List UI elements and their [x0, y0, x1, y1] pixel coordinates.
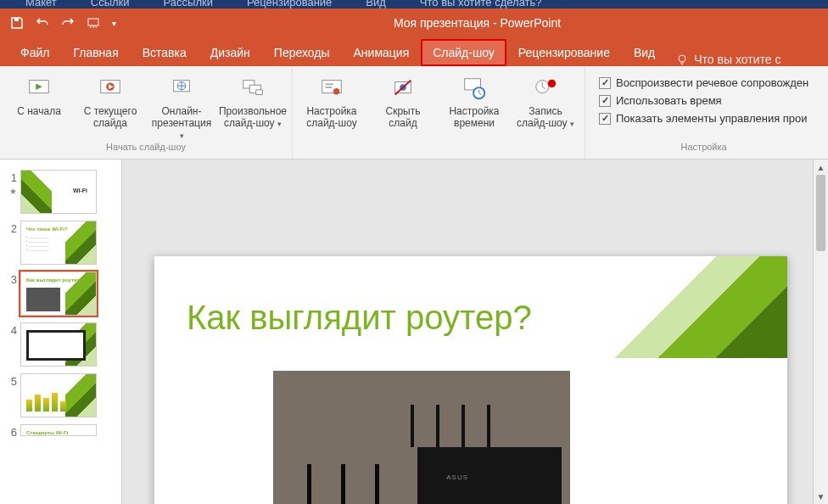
scroll-down-icon[interactable]: ▼ — [814, 489, 828, 504]
thumbnail-2[interactable]: 2 Что такое Wi-Fi?▪ ——————▪ ——————▪ ————… — [0, 217, 121, 268]
svg-rect-16 — [326, 87, 333, 88]
slide-image-router[interactable]: ASUS ASUS — [273, 371, 570, 504]
check-play-narrations[interactable]: ✓Воспроизвести речевое сопровожден — [599, 76, 808, 89]
undo-icon[interactable] — [36, 16, 49, 30]
vertical-scrollbar[interactable]: ▲ ▼ — [813, 160, 828, 504]
thumbnail-3[interactable]: 3 Как выглядит роутер? — [0, 268, 121, 319]
save-icon[interactable] — [10, 16, 24, 30]
slide-title-text[interactable]: Как выглядит роутер? — [187, 299, 532, 337]
svg-rect-12 — [256, 90, 263, 95]
tab-view[interactable]: Вид — [622, 39, 667, 66]
content-area: 1★ Wi-Fi 2 Что такое Wi-Fi?▪ ——————▪ ———… — [0, 160, 828, 504]
current-slide[interactable]: Как выглядит роутер? ASUS ASUS — [154, 256, 787, 504]
tab-review[interactable]: Рецензирование — [506, 39, 622, 66]
slide-editor-area[interactable]: Как выглядит роутер? ASUS ASUS ▲ ▼ — [122, 160, 828, 504]
slide-thumbnails-pane[interactable]: 1★ Wi-Fi 2 Что такое Wi-Fi?▪ ——————▪ ———… — [0, 160, 122, 504]
group-start-slideshow: С начала С текущего слайда Онлайн-презен… — [0, 66, 293, 159]
quick-access-toolbar: ▾ — [0, 16, 126, 30]
group-settings-checks: ✓Воспроизвести речевое сопровожден ✓Испо… — [585, 66, 822, 159]
package-brand-label: ASUS — [446, 473, 468, 481]
scrollbar-thumb[interactable] — [816, 175, 825, 251]
tab-design[interactable]: Дизайн — [199, 39, 262, 66]
qat-dropdown-icon[interactable]: ▾ — [112, 19, 116, 28]
setup-slideshow-button[interactable]: Настройка слайд-шоу — [301, 70, 362, 129]
svg-rect-15 — [326, 83, 333, 85]
online-presentation-button[interactable]: Онлайн-презентация ▾ — [151, 70, 212, 142]
lightbulb-icon — [675, 53, 689, 66]
group-label-start: Начать слайд-шоу — [106, 142, 186, 155]
ribbon-tabs: Файл Главная Вставка Дизайн Переходы Ани… — [0, 37, 828, 66]
svg-point-14 — [333, 88, 340, 95]
tell-me-search[interactable]: Что вы хотите с — [675, 53, 780, 66]
svg-point-2 — [679, 55, 685, 62]
window-title: Моя презентация - PowerPoint — [126, 16, 828, 30]
router-box-graphic — [417, 447, 562, 504]
from-beginning-button[interactable]: С начала — [8, 70, 70, 117]
svg-point-23 — [548, 80, 556, 87]
svg-rect-1 — [88, 19, 98, 25]
slideshow-start-icon[interactable] — [87, 16, 100, 30]
custom-slideshow-button[interactable]: Произвольное слайд-шоу ▾ — [222, 70, 283, 130]
record-slideshow-button[interactable]: Запись слайд-шоу ▾ — [515, 70, 576, 130]
tab-slideshow[interactable]: Слайд-шоу — [421, 39, 506, 66]
tab-insert[interactable]: Вставка — [131, 39, 199, 66]
redo-icon[interactable] — [61, 16, 75, 30]
svg-rect-0 — [14, 18, 19, 21]
tab-transitions[interactable]: Переходы — [262, 39, 342, 66]
tell-me-label: Что вы хотите с — [694, 53, 780, 66]
group-label-settings: Настройка — [681, 142, 727, 155]
title-bar: ▾ Моя презентация - PowerPoint — [0, 8, 828, 37]
thumbnail-5[interactable]: 5 — [0, 370, 121, 421]
check-show-controls[interactable]: ✓Показать элементы управления прои — [599, 112, 808, 125]
from-current-button[interactable]: С текущего слайда — [80, 70, 141, 129]
rehearse-timings-button[interactable]: Настройка времени — [444, 70, 505, 129]
slide-decoration — [601, 256, 787, 358]
background-word-tabs: МакетСсылкиРассылкиРецензированиеВидЧто … — [0, 0, 828, 8]
tab-file[interactable]: Файл — [8, 39, 61, 66]
hide-slide-button[interactable]: Скрыть слайд — [372, 70, 434, 129]
animation-star-icon: ★ — [9, 187, 17, 196]
tab-animation[interactable]: Анимация — [342, 39, 422, 66]
ribbon: С начала С текущего слайда Онлайн-презен… — [0, 66, 828, 160]
scroll-up-icon[interactable]: ▲ — [814, 160, 828, 175]
group-setup: Настройка слайд-шоу Скрыть слайд Настрой… — [293, 66, 585, 159]
thumbnail-1[interactable]: 1★ Wi-Fi — [0, 166, 121, 217]
thumbnail-4[interactable]: 4 — [0, 319, 121, 370]
check-use-timings[interactable]: ✓Использовать время — [599, 94, 808, 107]
tab-home[interactable]: Главная — [61, 39, 130, 66]
thumbnail-6[interactable]: 6 Стандарты Wi-Fi — [0, 421, 121, 442]
